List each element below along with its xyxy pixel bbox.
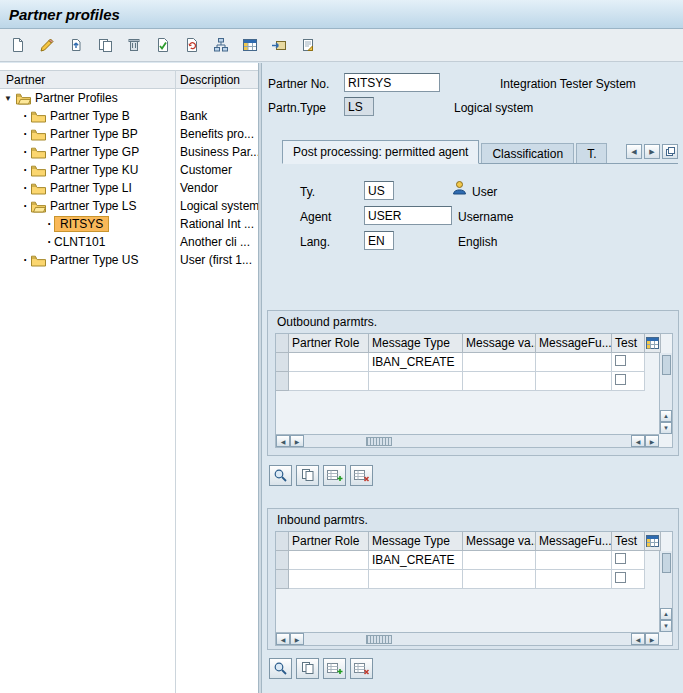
scroll-right-icon[interactable]: ▶	[290, 633, 304, 645]
scroll-down-icon[interactable]: ▼	[660, 422, 672, 434]
column-header-message-type[interactable]: Message Type	[369, 334, 463, 353]
cell-message-variant[interactable]	[463, 570, 536, 589]
cell-message-function[interactable]	[536, 353, 612, 372]
partner-type-input[interactable]	[344, 97, 374, 116]
tree-item-ritsys[interactable]: · RITSYS Rational Int ...	[0, 215, 258, 233]
tab-post-processing[interactable]: Post processing: permitted agent	[282, 140, 479, 164]
vertical-scrollbar[interactable]: ▲ ▼	[659, 353, 672, 434]
cell-message-variant[interactable]	[463, 353, 536, 372]
column-header-message-variant[interactable]: Message va...	[463, 532, 536, 551]
vertical-scrollbar[interactable]: ▲ ▼	[659, 551, 672, 632]
transport-icon[interactable]	[269, 35, 289, 55]
tree-item-partner-type-us[interactable]: · Partner Type US User (first 1...	[0, 251, 258, 269]
delete-icon[interactable]	[124, 35, 144, 55]
tree-item-partner-type-ku[interactable]: · Partner Type KU Customer	[0, 161, 258, 179]
test-checkbox[interactable]	[615, 355, 626, 366]
scrollbar-thumb[interactable]	[662, 553, 671, 573]
horizontal-scrollbar[interactable]: ◀ ▶ ◀ ▶	[276, 632, 659, 645]
column-header-partner-role[interactable]: Partner Role	[289, 334, 369, 353]
tree-item-clnt101[interactable]: · CLNT101 Another cli ...	[0, 233, 258, 251]
tab-truncated[interactable]: T.	[576, 143, 607, 163]
cell-partner-role[interactable]	[289, 372, 369, 391]
cell-message-type[interactable]	[369, 372, 463, 391]
change-icon[interactable]	[37, 35, 57, 55]
scroll-right-icon[interactable]: ▶	[290, 435, 304, 447]
expander-icon[interactable]: ▼	[4, 94, 15, 103]
table-row[interactable]: IBAN_CREATE	[276, 551, 672, 570]
table-row[interactable]	[276, 372, 672, 391]
tab-overview-icon[interactable]	[662, 144, 678, 159]
scroll-up-icon[interactable]: ▲	[660, 608, 672, 620]
cell-partner-role[interactable]	[289, 353, 369, 372]
copy-entry-icon[interactable]	[296, 658, 319, 679]
test-checkbox[interactable]	[615, 374, 626, 385]
column-header-message-function[interactable]: MessageFu...	[536, 334, 612, 353]
scroll-left-icon[interactable]: ◀	[276, 435, 290, 447]
table-layout-icon[interactable]	[240, 35, 260, 55]
table-layout-button[interactable]	[645, 334, 661, 353]
column-header-test[interactable]: Test	[612, 532, 645, 551]
column-header-message-variant[interactable]: Message va...	[463, 334, 536, 353]
scroll-left-icon[interactable]: ◀	[631, 633, 645, 645]
tree-item-partner-type-bp[interactable]: · Partner Type BP Benefits pro...	[0, 125, 258, 143]
table-layout-button[interactable]	[645, 532, 661, 551]
cell-message-type[interactable]: IBAN_CREATE	[369, 353, 463, 372]
details-magnifier-icon[interactable]	[269, 465, 292, 486]
copy-icon[interactable]	[95, 35, 115, 55]
copy-as-icon[interactable]	[66, 35, 86, 55]
cell-message-variant[interactable]	[463, 551, 536, 570]
check-icon[interactable]	[153, 35, 173, 55]
cell-partner-role[interactable]	[289, 551, 369, 570]
scrollbar-thumb[interactable]	[662, 355, 671, 375]
horizontal-scrollbar[interactable]: ◀ ▶ ◀ ▶	[276, 434, 659, 447]
tree-item-partner-type-li[interactable]: · Partner Type LI Vendor	[0, 179, 258, 197]
scroll-down-icon[interactable]: ▼	[660, 620, 672, 632]
row-selector-header[interactable]	[276, 334, 289, 353]
refresh-icon[interactable]	[182, 35, 202, 55]
cell-message-type[interactable]: IBAN_CREATE	[369, 551, 463, 570]
row-selector[interactable]	[276, 353, 289, 372]
insert-row-icon[interactable]	[323, 465, 346, 486]
test-checkbox[interactable]	[615, 572, 626, 583]
hierarchy-icon[interactable]	[211, 35, 231, 55]
scroll-left-icon[interactable]: ◀	[631, 435, 645, 447]
cell-message-function[interactable]	[536, 570, 612, 589]
scrollbar-grip[interactable]	[366, 635, 392, 644]
row-selector[interactable]	[276, 570, 289, 589]
delete-row-icon[interactable]	[350, 465, 373, 486]
scroll-left-icon[interactable]: ◀	[276, 633, 290, 645]
tree-item-partner-type-gp[interactable]: · Partner Type GP Business Par...	[0, 143, 258, 161]
cell-message-type[interactable]	[369, 570, 463, 589]
row-selector[interactable]	[276, 551, 289, 570]
scroll-right-icon[interactable]: ▶	[645, 435, 659, 447]
documentation-icon[interactable]	[298, 35, 318, 55]
tab-classification[interactable]: Classification	[481, 143, 574, 163]
cell-message-function[interactable]	[536, 551, 612, 570]
scroll-right-icon[interactable]: ▶	[645, 633, 659, 645]
table-row[interactable]: IBAN_CREATE	[276, 353, 672, 372]
table-row[interactable]	[276, 570, 672, 589]
tab-scroll-right-icon[interactable]: ▶	[644, 144, 660, 159]
create-icon[interactable]	[8, 35, 28, 55]
tree-item-partner-type-b[interactable]: · Partner Type B Bank	[0, 107, 258, 125]
agent-input[interactable]	[364, 206, 452, 225]
lang-input[interactable]	[364, 231, 394, 250]
row-selector[interactable]	[276, 372, 289, 391]
tree-item-root[interactable]: ▼ Partner Profiles	[0, 89, 258, 107]
copy-entry-icon[interactable]	[296, 465, 319, 486]
tree-item-partner-type-ls[interactable]: · Partner Type LS Logical system	[0, 197, 258, 215]
partner-no-input[interactable]	[344, 73, 440, 92]
insert-row-icon[interactable]	[323, 658, 346, 679]
scroll-up-icon[interactable]: ▲	[660, 410, 672, 422]
delete-row-icon[interactable]	[350, 658, 373, 679]
details-magnifier-icon[interactable]	[269, 658, 292, 679]
row-selector-header[interactable]	[276, 532, 289, 551]
column-header-message-function[interactable]: MessageFu...	[536, 532, 612, 551]
column-header-test[interactable]: Test	[612, 334, 645, 353]
column-header-partner-role[interactable]: Partner Role	[289, 532, 369, 551]
scrollbar-grip[interactable]	[366, 437, 392, 446]
test-checkbox[interactable]	[615, 553, 626, 564]
cell-message-variant[interactable]	[463, 372, 536, 391]
cell-message-function[interactable]	[536, 372, 612, 391]
cell-partner-role[interactable]	[289, 570, 369, 589]
